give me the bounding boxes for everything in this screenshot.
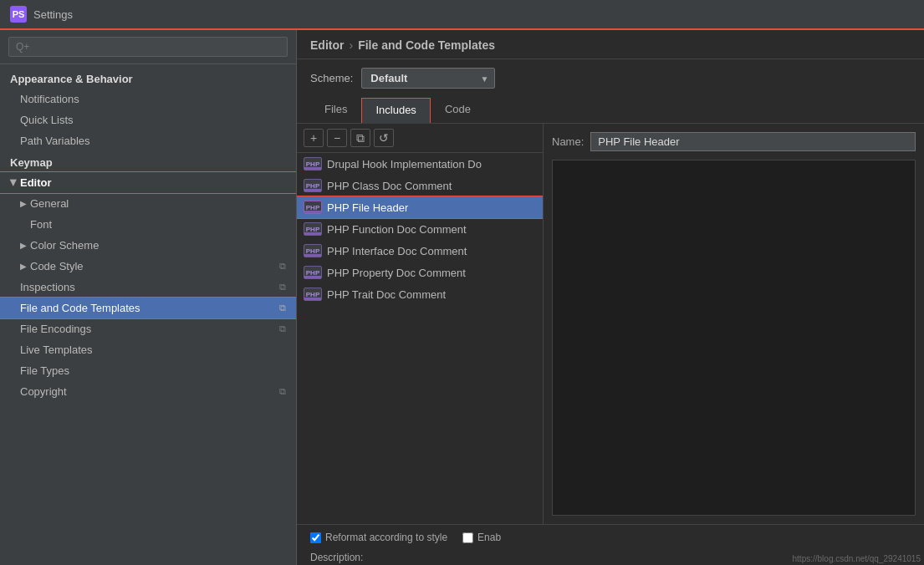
sidebar-item-notifications[interactable]: Notifications: [0, 89, 296, 109]
enable-label: Enab: [477, 532, 501, 543]
sidebar-item-live-templates[interactable]: Live Templates: [0, 339, 296, 360]
template-item-php-function-doc[interactable]: PHP PHP Function Doc Comment: [297, 218, 543, 240]
title-bar: PS Settings: [0, 0, 924, 30]
tab-code[interactable]: Code: [431, 97, 485, 123]
name-row: Name:: [552, 132, 916, 151]
php-icon-function-doc: PHP: [304, 222, 322, 236]
name-input[interactable]: [590, 132, 916, 151]
template-panel: + − ⧉ ↺ PHP Drupal Hook Implementation D…: [297, 124, 924, 524]
sidebar-item-copyright[interactable]: Copyright ⧉: [0, 381, 296, 402]
template-list-wrap: + − ⧉ ↺ PHP Drupal Hook Implementation D…: [297, 124, 544, 524]
template-editor: Name:: [544, 124, 924, 524]
php-icon-interface-doc: PHP: [304, 244, 322, 257]
sidebar-item-file-encodings[interactable]: File Encodings ⧉: [0, 318, 296, 339]
window-title: Settings: [33, 8, 73, 21]
inspections-copy-icon: ⧉: [279, 282, 286, 293]
breadcrumb: Editor › File and Code Templates: [297, 30, 924, 59]
sidebar-item-color-scheme[interactable]: ▶ Color Scheme: [0, 235, 296, 256]
section-keymap: Keymap: [0, 151, 296, 172]
php-icon-trait-doc: PHP: [304, 288, 322, 301]
sidebar-item-quick-lists[interactable]: Quick Lists: [0, 109, 296, 130]
sidebar-item-code-style[interactable]: ▶ Code Style ⧉: [0, 256, 296, 277]
main-layout: Appearance & Behavior Notifications Quic…: [0, 30, 924, 565]
bottom-bar: Reformat according to style Enab: [297, 524, 924, 550]
template-item-php-property-doc[interactable]: PHP PHP Property Doc Comment: [297, 262, 543, 283]
template-item-php-file-header[interactable]: PHP PHP File Header: [297, 196, 543, 218]
name-label: Name:: [552, 135, 584, 148]
tab-files[interactable]: Files: [310, 97, 361, 123]
content-area: Editor › File and Code Templates Scheme:…: [297, 30, 924, 565]
editor-arrow-icon: ▶: [9, 180, 18, 186]
copyright-copy-icon: ⧉: [279, 386, 286, 397]
template-list: PHP Drupal Hook Implementation Do PHP PH…: [297, 153, 543, 524]
breadcrumb-parent: Editor: [310, 38, 344, 52]
sidebar-item-general[interactable]: ▶ General: [0, 193, 296, 214]
search-wrap: [0, 30, 296, 64]
copy-button[interactable]: ⧉: [350, 129, 370, 147]
section-appearance: Appearance & Behavior: [0, 64, 296, 89]
sidebar-item-path-variables[interactable]: Path Variables: [0, 130, 296, 151]
app-icon: PS: [10, 6, 27, 23]
enable-checkbox[interactable]: [462, 532, 473, 543]
template-item-php-trait-doc[interactable]: PHP PHP Trait Doc Comment: [297, 283, 543, 305]
php-icon-drupal: PHP: [304, 157, 322, 171]
editor-area[interactable]: [552, 160, 916, 516]
breadcrumb-separator: ›: [349, 38, 353, 52]
php-icon-class-doc: PHP: [304, 179, 322, 192]
template-item-drupal[interactable]: PHP Drupal Hook Implementation Do: [297, 153, 543, 175]
code-style-arrow-icon: ▶: [20, 262, 27, 271]
scheme-label: Scheme:: [310, 72, 353, 84]
general-arrow-icon: ▶: [20, 199, 27, 208]
search-input[interactable]: [8, 37, 288, 57]
template-toolbar: + − ⧉ ↺: [297, 124, 543, 153]
sidebar-item-editor[interactable]: ▶ Editor: [0, 172, 296, 193]
sidebar-item-file-and-code-templates[interactable]: File and Code Templates ⧉: [0, 298, 296, 318]
sidebar-item-inspections[interactable]: Inspections ⧉: [0, 277, 296, 298]
tab-includes[interactable]: Includes: [361, 98, 430, 123]
reset-button[interactable]: ↺: [374, 129, 394, 147]
reformat-checkbox-wrap: Reformat according to style: [310, 532, 447, 543]
scheme-row: Scheme: Default Project: [297, 59, 924, 97]
remove-button[interactable]: −: [327, 129, 347, 147]
php-icon-property-doc: PHP: [304, 266, 322, 279]
scheme-select[interactable]: Default Project: [361, 68, 495, 89]
code-style-copy-icon: ⧉: [279, 261, 286, 272]
sidebar: Appearance & Behavior Notifications Quic…: [0, 30, 297, 565]
reformat-label: Reformat according to style: [325, 532, 447, 543]
reformat-checkbox[interactable]: [310, 532, 321, 543]
color-scheme-arrow-icon: ▶: [20, 241, 27, 250]
add-button[interactable]: +: [304, 129, 324, 147]
breadcrumb-current: File and Code Templates: [358, 38, 495, 52]
tabs-row: Files Includes Code: [297, 97, 924, 124]
watermark: https://blog.csdn.net/qq_29241015: [789, 552, 924, 565]
template-item-php-interface-doc[interactable]: PHP PHP Interface Doc Comment: [297, 240, 543, 262]
file-templates-copy-icon: ⧉: [279, 303, 286, 313]
php-icon-file-header: PHP: [304, 201, 322, 214]
file-encodings-copy-icon: ⧉: [279, 323, 286, 334]
sidebar-item-file-types[interactable]: File Types: [0, 360, 296, 381]
template-item-php-class-doc[interactable]: PHP PHP Class Doc Comment: [297, 175, 543, 196]
sidebar-item-font[interactable]: Font: [0, 214, 296, 235]
sidebar-content: Appearance & Behavior Notifications Quic…: [0, 64, 296, 565]
enable-checkbox-wrap: Enab: [462, 532, 501, 543]
scheme-select-wrap: Default Project: [361, 68, 495, 89]
